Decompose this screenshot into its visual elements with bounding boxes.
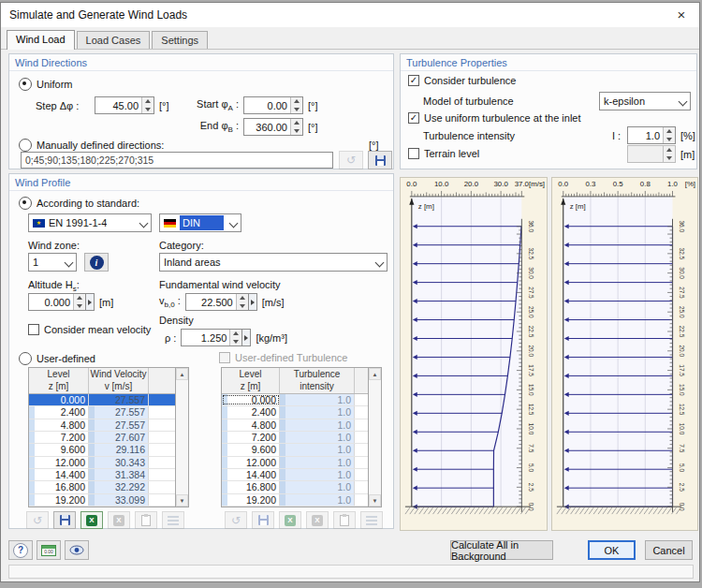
density-more-button[interactable] [242, 329, 251, 346]
save-button[interactable] [252, 511, 274, 529]
calculate-all-in-background-button[interactable]: Calculate All in Background [450, 540, 553, 560]
level-cell[interactable]: 16.800 [29, 481, 89, 492]
table-row[interactable]: 14.40031.384 [29, 469, 175, 481]
altitude-spinner[interactable] [73, 294, 85, 310]
consider-turbulence-label[interactable]: Consider turbulence [424, 75, 516, 86]
table-row[interactable]: 0.00027.557 [29, 394, 175, 406]
level-cell[interactable]: 4.800 [29, 419, 89, 431]
value-cell[interactable]: 29.116 [89, 444, 149, 455]
uniform-radio[interactable] [19, 78, 32, 91]
edit-rows-button[interactable] [162, 511, 184, 529]
value-cell[interactable]: 30.343 [89, 457, 149, 468]
edit-rows-button[interactable] [360, 511, 383, 529]
wind-zone-info-button[interactable]: i [84, 253, 109, 272]
end-input[interactable]: 360.00 [243, 118, 303, 136]
set-default-values-button[interactable]: ? [8, 540, 33, 560]
consider-turbulence-checkbox[interactable]: ✓ [408, 75, 419, 86]
scrollbar-track[interactable] [176, 380, 188, 494]
import-excel-button[interactable]: X [80, 511, 103, 529]
level-cell[interactable]: 7.200 [29, 432, 89, 443]
display-properties-button[interactable] [65, 540, 89, 560]
value-cell[interactable]: 27.557 [89, 394, 149, 405]
import-excel-button[interactable]: X [279, 511, 301, 529]
cancel-button[interactable]: Cancel [645, 540, 693, 560]
altitude-input[interactable]: 0.000 [28, 293, 86, 311]
density-spinner[interactable] [229, 330, 241, 345]
manual-directions-label[interactable]: Manually defined directions: [37, 140, 164, 151]
save-button[interactable] [53, 511, 76, 529]
save-directions-button[interactable] [368, 151, 392, 169]
turbulence-intensity-spinner[interactable] [663, 127, 675, 143]
uniform-turbulence-inlet-label[interactable]: Use uniform turbulence at the inlet [424, 112, 581, 124]
wind-velocity-table[interactable]: Levelz [m]Wind Velocityv [m/s]0.00027.55… [28, 367, 189, 507]
table-row[interactable]: 7.20027.607 [29, 432, 175, 444]
level-cell[interactable]: 19.200 [29, 494, 89, 506]
reset-directions-button[interactable]: ↺ [339, 151, 363, 169]
table-row[interactable]: 2.40027.557 [29, 406, 175, 419]
level-cell[interactable]: 12.000 [29, 457, 89, 468]
terrain-level-label[interactable]: Terrain level [424, 148, 479, 159]
scroll-down-button[interactable]: ▼ [176, 494, 188, 507]
category-select[interactable]: Inland areas [159, 253, 388, 272]
velocity-spinner[interactable] [236, 294, 248, 310]
value-cell[interactable]: 33.099 [89, 494, 149, 506]
level-cell[interactable]: 2.400 [29, 406, 89, 418]
ok-button[interactable]: OK [588, 540, 636, 560]
table-row[interactable]: 19.20033.099 [29, 494, 175, 507]
value-cell[interactable]: 27.557 [89, 419, 149, 431]
velocity-more-button[interactable] [249, 293, 257, 311]
end-spinner[interactable] [290, 119, 302, 135]
consider-mean-velocity-checkbox[interactable] [28, 324, 39, 335]
turbulence-intensity-input[interactable]: 1.0 [627, 126, 676, 144]
paste-clipboard-button[interactable] [135, 511, 157, 529]
value-cell[interactable]: 32.292 [89, 481, 149, 492]
table-scrollbar[interactable]: ▲▼ [368, 368, 381, 507]
table-row[interactable]: 9.60029.116 [29, 444, 175, 456]
uniform-turbulence-inlet-checkbox[interactable]: ✓ [408, 112, 419, 124]
according-to-standard-label[interactable]: According to standard: [37, 198, 139, 209]
manual-directions-input[interactable]: 0;45;90;135;180;225;270;315 [21, 152, 333, 169]
wind-zone-select[interactable]: 1 [28, 253, 77, 272]
step-spinner[interactable] [141, 97, 154, 113]
scroll-up-button[interactable]: ▲ [176, 368, 188, 380]
level-cell[interactable]: 0.000 [29, 394, 89, 405]
level-cell[interactable]: 9.600 [29, 444, 89, 455]
undo-button[interactable]: ↺ [26, 511, 49, 529]
table-row[interactable]: 12.00030.343 [29, 457, 175, 469]
standard-select[interactable]: ★ EN 1991-1-4 [28, 213, 152, 232]
altitude-more-button[interactable] [86, 293, 95, 311]
close-icon[interactable]: × [664, 3, 699, 27]
paste-clipboard-button[interactable] [333, 511, 356, 529]
value-cell[interactable]: 27.607 [89, 432, 149, 443]
value-cell[interactable]: 31.384 [89, 469, 149, 480]
turbulence-model-select[interactable]: k-epsilon [599, 92, 691, 110]
tab-wind-load[interactable]: Wind Load [7, 30, 75, 50]
consider-mean-velocity-label[interactable]: Consider mean velocity [44, 324, 151, 335]
start-input[interactable]: 0.00 [243, 96, 303, 114]
undo-button[interactable]: ↺ [225, 511, 247, 529]
table-row[interactable]: 16.80032.292 [29, 481, 175, 493]
step-input[interactable]: 45.00 [95, 96, 154, 114]
manual-directions-radio[interactable] [19, 139, 32, 152]
table-row[interactable]: 4.80027.557 [29, 419, 175, 432]
according-to-standard-radio[interactable] [19, 197, 32, 210]
scrollbar-track[interactable] [369, 380, 381, 494]
units-and-decimal-places-button[interactable]: 0.00 [37, 540, 61, 560]
export-excel-button[interactable]: X [306, 511, 329, 529]
density-input[interactable]: 1.250 [181, 329, 242, 346]
velocity-input[interactable]: 22.500 [185, 293, 249, 311]
terrain-level-checkbox[interactable] [408, 148, 419, 159]
uniform-label[interactable]: Uniform [37, 79, 73, 90]
tab-load-cases[interactable]: Load Cases [77, 31, 151, 49]
value-cell[interactable]: 27.557 [89, 406, 149, 418]
tab-settings[interactable]: Settings [152, 31, 208, 49]
user-defined-radio[interactable] [19, 352, 32, 365]
level-cell[interactable]: 14.400 [29, 469, 89, 480]
scroll-down-button[interactable]: ▼ [369, 494, 381, 507]
user-defined-label[interactable]: User-defined [37, 353, 95, 364]
export-excel-button[interactable]: X [108, 511, 130, 529]
table-scrollbar[interactable]: ▲▼ [175, 368, 188, 507]
scroll-up-button[interactable]: ▲ [369, 368, 381, 380]
national-annex-select[interactable]: DIN [159, 213, 241, 232]
start-spinner[interactable] [290, 97, 302, 113]
